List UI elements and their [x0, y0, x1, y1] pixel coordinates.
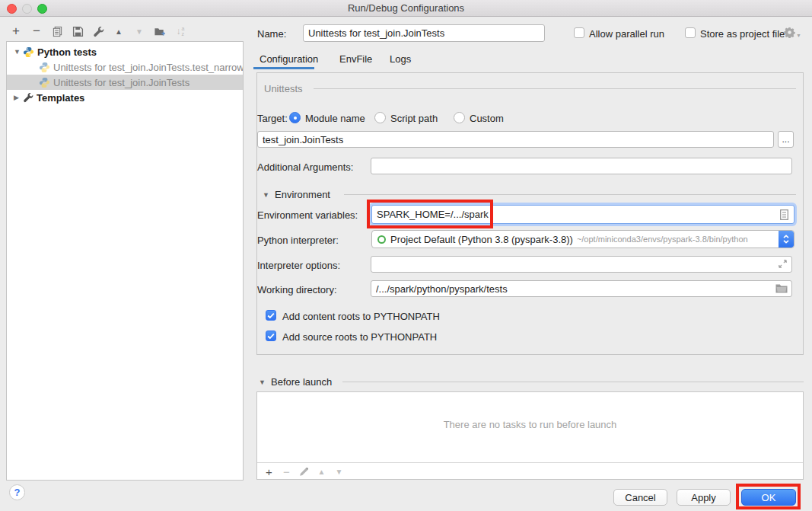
configurations-tree: ▼ Python tests Unittests for test_join.J… — [6, 41, 244, 481]
store-options-gear-icon[interactable]: ▼ — [784, 27, 801, 38]
edit-task-icon — [298, 465, 310, 478]
target-custom-label: Custom — [470, 113, 504, 124]
templates-wrench-icon — [23, 92, 33, 103]
remove-task-icon: − — [280, 465, 293, 478]
target-module-name-radio[interactable] — [289, 112, 301, 123]
target-module-name-label: Module name — [305, 113, 365, 124]
add-configuration-icon[interactable]: + — [8, 23, 24, 40]
tree-item-label: Unittests for test_join.JoinTests.test_n… — [53, 62, 243, 73]
tree-item-label: Python tests — [37, 46, 97, 58]
configurations-toolbar: + − ▲ ▼ ↓az — [8, 23, 189, 40]
move-task-down-icon: ▼ — [333, 465, 345, 478]
target-script-path-radio[interactable] — [374, 112, 386, 123]
additional-arguments-input[interactable] — [371, 158, 792, 174]
tree-item-python-tests[interactable]: ▼ Python tests — [7, 44, 243, 59]
tab-envfile[interactable]: EnvFile — [339, 53, 372, 65]
sort-configurations-icon: ↓az — [172, 23, 189, 40]
folder-icon[interactable] — [775, 283, 788, 293]
title-bar: Run/Debug Configurations — [0, 0, 812, 17]
tree-item-templates[interactable]: ▶ Templates — [7, 90, 243, 105]
before-launch-empty-message: There are no tasks to run before launch — [257, 419, 803, 430]
add-content-roots-label: Add content roots to PYTHONPATH — [282, 311, 440, 322]
add-task-icon[interactable]: + — [263, 465, 275, 478]
combo-arrows-icon[interactable] — [779, 231, 794, 248]
before-launch-collapse-icon[interactable]: ▼ — [259, 378, 266, 386]
before-launch-panel: There are no tasks to run before launch … — [256, 391, 804, 480]
tree-item-label: Templates — [37, 92, 84, 104]
interpreter-options-input[interactable] — [371, 256, 792, 273]
python-test-icon — [39, 62, 50, 73]
working-directory-label: Working directory: — [257, 284, 337, 295]
add-source-roots-checkbox[interactable] — [266, 331, 276, 341]
before-launch-toolbar: + − ▲ ▼ — [257, 462, 803, 480]
python-interpreter-select[interactable]: Project Default (Python 3.8 (pyspark-3.8… — [371, 230, 794, 248]
browse-module-button[interactable]: ... — [778, 131, 794, 148]
ok-button[interactable]: OK — [741, 489, 796, 506]
name-input[interactable] — [303, 24, 545, 42]
move-task-up-icon: ▲ — [315, 465, 328, 478]
active-tab-indicator — [253, 67, 314, 69]
group-divider — [314, 88, 796, 89]
chevron-down-icon[interactable]: ▼ — [14, 48, 21, 56]
working-directory-input[interactable] — [371, 280, 792, 297]
before-launch-title: Before launch — [271, 376, 332, 388]
interpreter-value: Project Default (Python 3.8 (pyspark-3.8… — [390, 234, 573, 245]
environment-section-title: Environment — [275, 189, 330, 200]
additional-arguments-label: Additional Arguments: — [257, 161, 353, 173]
window-title: Run/Debug Configurations — [0, 2, 812, 14]
name-label: Name: — [257, 28, 286, 40]
allow-parallel-run-checkbox[interactable] — [574, 27, 584, 38]
tree-item-unittests-jointests[interactable]: Unittests for test_join.JoinTests — [7, 75, 243, 90]
run-debug-configurations-dialog: Run/Debug Configurations + − ▲ ▼ ↓az ▼ P — [0, 0, 812, 511]
python-test-icon — [39, 77, 50, 88]
apply-button[interactable]: Apply — [677, 489, 731, 506]
save-configuration-icon[interactable] — [69, 23, 86, 40]
interpreter-path: ~/opt/miniconda3/envs/pyspark-3.8/bin/py… — [577, 235, 748, 244]
conda-env-icon — [377, 235, 386, 244]
edit-templates-icon[interactable] — [90, 23, 107, 40]
allow-parallel-run-label: Allow parallel run — [589, 28, 664, 40]
python-tests-icon — [23, 46, 34, 58]
target-module-input[interactable] — [257, 131, 774, 148]
section-divider — [344, 194, 796, 195]
target-custom-radio[interactable] — [454, 112, 465, 123]
interpreter-options-label: Interpreter options: — [257, 260, 340, 271]
tab-configuration[interactable]: Configuration — [260, 53, 318, 65]
section-divider — [342, 382, 804, 382]
target-script-path-label: Script path — [390, 113, 438, 124]
browse-variables-icon[interactable] — [780, 209, 788, 220]
tree-item-unittests-test-narrow[interactable]: Unittests for test_join.JoinTests.test_n… — [7, 59, 243, 75]
store-as-project-file-checkbox[interactable] — [685, 27, 696, 38]
tab-logs[interactable]: Logs — [390, 53, 411, 65]
move-up-icon[interactable]: ▲ — [110, 23, 127, 40]
environment-collapse-icon[interactable]: ▼ — [263, 191, 269, 199]
environment-variables-label: Environment variables: — [257, 209, 358, 221]
cancel-button[interactable]: Cancel — [613, 489, 667, 506]
move-down-icon: ▼ — [131, 23, 148, 40]
add-source-roots-label: Add source roots to PYTHONPATH — [282, 331, 437, 343]
environment-variables-input[interactable] — [371, 205, 794, 224]
store-as-project-file-label: Store as project file — [700, 28, 785, 40]
tree-item-label: Unittests for test_join.JoinTests — [53, 77, 189, 88]
create-new-folder-icon[interactable] — [151, 23, 168, 40]
python-interpreter-label: Python interpreter: — [257, 235, 339, 246]
unittests-group-title: Unittests — [264, 83, 303, 94]
add-content-roots-checkbox[interactable] — [266, 310, 276, 321]
chevron-right-icon[interactable]: ▶ — [14, 94, 21, 101]
copy-configuration-icon[interactable] — [49, 23, 65, 40]
help-button[interactable]: ? — [9, 484, 25, 500]
remove-configuration-icon[interactable]: − — [28, 23, 45, 40]
expand-field-icon[interactable] — [778, 259, 788, 269]
target-label: Target: — [257, 113, 288, 124]
